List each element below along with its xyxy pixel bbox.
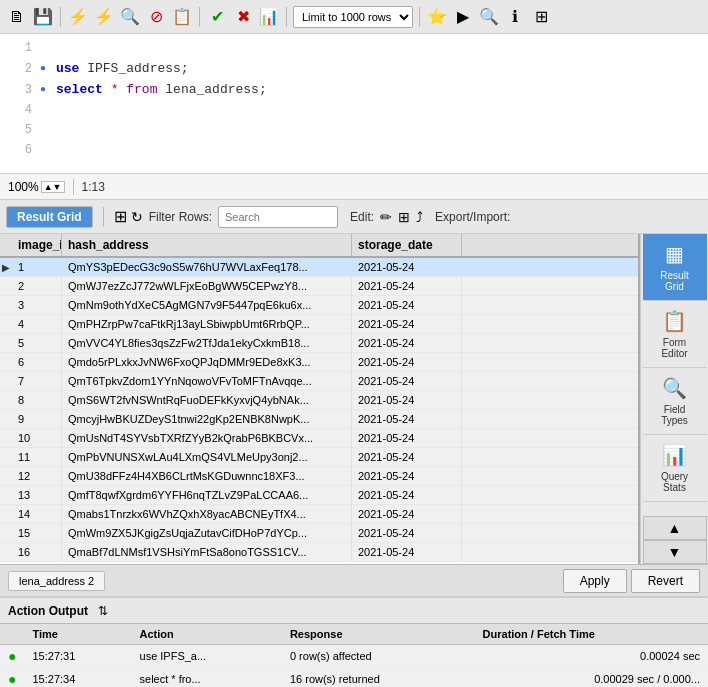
info-icon[interactable]: ℹ	[504, 6, 526, 28]
filter-label: Filter Rows:	[149, 210, 212, 224]
cursor-position: 1:13	[82, 180, 105, 194]
result-grid-tab[interactable]: Result Grid	[6, 206, 93, 228]
cell-hash: QmS6WT2fvNSWntRqFuoDEFkKyxvjQ4ybNAk...	[62, 391, 352, 409]
table-row[interactable]: 16 QmaBf7dLNMsf1VSHsiYmFtSa8onoTGSS1CV..…	[0, 543, 638, 562]
status-ok-icon: ●	[8, 671, 16, 687]
panel-field-types[interactable]: 🔍 FieldTypes	[643, 368, 707, 435]
data-grid: image_id hash_address storage_date ▶ 1 Q…	[0, 234, 640, 564]
revert-button[interactable]: Revert	[631, 569, 700, 593]
refresh-icon[interactable]: ↻	[131, 209, 143, 225]
search2-icon[interactable]: 🔍	[478, 6, 500, 28]
stop-icon[interactable]: ⊘	[145, 6, 167, 28]
separator-3	[286, 7, 287, 27]
run-icon[interactable]: ▶	[452, 6, 474, 28]
cell-hash: QmT6TpkvZdom1YYnNqowoVFvToMFTnAvqqe...	[62, 372, 352, 390]
th-duration: Duration / Fetch Time	[475, 624, 708, 645]
grid-view-icon[interactable]: ⊞	[114, 207, 127, 226]
panel-result-label: ResultGrid	[660, 270, 688, 292]
cell-hash: Qmabs1Tnrzkx6WVhZQxhX8yacABCNEyTfX4...	[62, 505, 352, 523]
cell-date: 2021-05-24	[352, 258, 462, 276]
table-row[interactable]: 14 Qmabs1Tnrzkx6WVhZQxhX8yacABCNEyTfX4..…	[0, 505, 638, 524]
cell-hash: QmYS3pEDecG3c9oS5w76hU7WVLaxFeq178...	[62, 258, 352, 276]
table-row[interactable]: 6 Qmdo5rPLxkxJvNW6FxoQPJqDMMr9EDe8xK3...…	[0, 353, 638, 372]
table-row[interactable]: 8 QmS6WT2fvNSWntRqFuoDEFkKyxvjQ4ybNAk...…	[0, 391, 638, 410]
form-editor-icon: 📋	[662, 309, 687, 333]
cell-id: 11	[12, 448, 62, 466]
table-row[interactable]: 10 QmUsNdT4SYVsbTXRfZYyB2kQrabP6BKBCVx..…	[0, 429, 638, 448]
breakpoint-dot: ●	[40, 63, 46, 74]
explain-icon[interactable]: 🔍	[119, 6, 141, 28]
cell-date: 2021-05-24	[352, 277, 462, 295]
table-row[interactable]: 11 QmPbVNUNSXwLAu4LXmQS4VLMeUpy3onj2... …	[0, 448, 638, 467]
cell-id: 6	[12, 353, 62, 371]
action-action: select * fro...	[132, 668, 282, 688]
table-row[interactable]: 3 QmNm9othYdXeC5AgMGN7v9F5447pqE6ku6x...…	[0, 296, 638, 315]
panel-form-editor[interactable]: 📋 FormEditor	[643, 301, 707, 368]
panel-field-label: FieldTypes	[661, 404, 688, 426]
action-response: 0 row(s) affected	[282, 645, 475, 668]
table-icon2[interactable]: ⊞	[398, 209, 410, 225]
limit-select[interactable]: Limit to 1000 rows	[293, 6, 413, 28]
save-icon[interactable]: 💾	[32, 6, 54, 28]
execute-icon[interactable]: ⚡	[67, 6, 89, 28]
action-status: ●	[0, 645, 24, 668]
panel-query-label: QueryStats	[661, 471, 688, 493]
status-ok-icon: ●	[8, 648, 16, 664]
table-row[interactable]: 12 QmU38dFFz4H4XB6CLrtMsKGDuwnnc18XF3...…	[0, 467, 638, 486]
cell-hash: QmfT8qwfXgrdm6YYFH6nqTZLvZ9PaLCCAA6...	[62, 486, 352, 504]
table-row[interactable]: 9 QmcyjHwBKUZDeyS1tnwi22gKp2ENBK8NwpK...…	[0, 410, 638, 429]
table-row[interactable]: 13 QmfT8qwfXgrdm6YYFH6nqTZLvZ9PaLCCAA6..…	[0, 486, 638, 505]
result-toolbar: Result Grid ⊞ ↻ Filter Rows: Edit: ✏ ⊞ ⤴…	[0, 200, 708, 234]
action-row[interactable]: ● 15:27:34 select * fro... 16 row(s) ret…	[0, 668, 708, 688]
zoom-spinner[interactable]: ▲▼	[41, 181, 65, 193]
apply-button[interactable]: Apply	[563, 569, 627, 593]
code-editor[interactable]: 1 2 ● use IPFS_address; 3 ● select * fro…	[0, 34, 708, 174]
action-output-header: Action Output ⇅	[0, 596, 708, 624]
cell-date: 2021-05-24	[352, 372, 462, 390]
table-row[interactable]: ▶ 1 QmYS3pEDecG3c9oS5w76hU7WVLaxFeq178..…	[0, 258, 638, 277]
cell-id: 8	[12, 391, 62, 409]
panel-query-stats[interactable]: 📊 QueryStats	[643, 435, 707, 502]
execute-current-icon[interactable]: ⚡	[93, 6, 115, 28]
th-status	[0, 624, 24, 645]
cell-date: 2021-05-24	[352, 429, 462, 447]
edit-icon[interactable]: ✏	[380, 209, 392, 225]
edit-label: Edit:	[350, 210, 374, 224]
table-row[interactable]: 5 QmVVC4YL8fies3qsZzFw2TfJda1ekyCxkmB18.…	[0, 334, 638, 353]
new-icon[interactable]: 🗎	[6, 6, 28, 28]
code-line-3: 3 ● select * from lena_address;	[0, 79, 708, 100]
sort-icon[interactable]: ⇅	[98, 604, 108, 618]
panel-result-grid[interactable]: ▦ ResultGrid	[643, 234, 707, 301]
cell-date: 2021-05-24	[352, 486, 462, 504]
search-input[interactable]	[218, 206, 338, 228]
check-icon[interactable]: ✔	[206, 6, 228, 28]
cell-date: 2021-05-24	[352, 334, 462, 352]
lena-address-tab[interactable]: lena_address 2	[8, 571, 105, 591]
bookmark-icon[interactable]: ⭐	[426, 6, 448, 28]
cell-id: 9	[12, 410, 62, 428]
table-icon[interactable]: 📋	[171, 6, 193, 28]
cell-date: 2021-05-24	[352, 296, 462, 314]
action-output-section: Action Output ⇅ Time Action Response Dur…	[0, 596, 708, 687]
more-icon[interactable]: ⊞	[530, 6, 552, 28]
cell-hash: QmNm9othYdXeC5AgMGN7v9F5447pqE6ku6x...	[62, 296, 352, 314]
cell-id: 5	[12, 334, 62, 352]
cell-hash: Qmdo5rPLxkxJvNW6FxoQPJqDMMr9EDe8xK3...	[62, 353, 352, 371]
panel-scroll-down[interactable]: ▼	[643, 540, 707, 564]
export-icon[interactable]: ⤴	[416, 209, 423, 225]
schema-icon[interactable]: 📊	[258, 6, 280, 28]
panel-scroll-up[interactable]: ▲	[643, 516, 707, 540]
table-row[interactable]: 15 QmWm9ZX5JKgigZsUqjaZutavCifDHoP7dYCp.…	[0, 524, 638, 543]
cell-id: 14	[12, 505, 62, 523]
cell-id: 10	[12, 429, 62, 447]
table-row[interactable]: 4 QmPHZrpPw7caFtkRj13ayLSbiwpbUmt6RrbQP.…	[0, 315, 638, 334]
cell-id: 12	[12, 467, 62, 485]
field-types-icon: 🔍	[662, 376, 687, 400]
table-row[interactable]: 7 QmT6TpkvZdom1YYnNqowoVFvToMFTnAvqqe...…	[0, 372, 638, 391]
action-time: 15:27:34	[24, 668, 131, 688]
table-row[interactable]: 2 QmWJ7ezZcJ772wWLFjxEoBgWW5CEPwzY8... 2…	[0, 277, 638, 296]
zoom-value: 100%	[8, 180, 39, 194]
cancel-icon[interactable]: ✖	[232, 6, 254, 28]
code-line-4: 4	[0, 100, 708, 120]
action-row[interactable]: ● 15:27:31 use IPFS_a... 0 row(s) affect…	[0, 645, 708, 668]
